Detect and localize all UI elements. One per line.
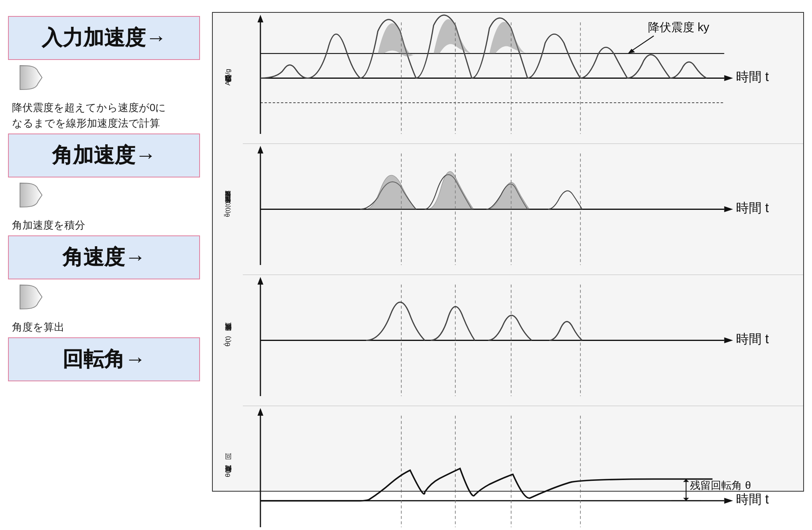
arrow-3 [8,279,200,315]
svg-marker-35 [258,408,264,416]
graph-row-1: 時間 t 降伏震度 ky [243,13,803,144]
left-panel: 入力加速度→ 降伏震度を超えてから速度が0に なるまでを線形加速度法で計算 角加… [8,12,200,381]
svg-text:時間 t: 時間 t [736,492,769,506]
box-angular-velocity: 角速度→ [8,235,200,279]
svg-text:降伏震度 ky: 降伏震度 ky [648,20,710,34]
y-label-2: θ̈(t)回転加速度(t)回転加速度 [224,144,232,275]
graph-svg-3: 時間 t [243,275,771,406]
svg-marker-24 [724,337,733,343]
desc-1: 降伏震度を超えてから速度が0に なるまでを線形加速度法で計算 [8,95,200,133]
graph-svg-1: 時間 t 降伏震度 ky [243,13,771,143]
svg-marker-17 [258,146,264,153]
graphs-inner: 時間 t 降伏震度 ky [243,13,803,530]
y-label-3: θ̇(t)回転速度 回 [223,275,232,406]
right-panel: 入力地震動 A(t)/g θ̈(t)回転加速度(t)回転加速度 θ̇(t)回転速… [212,12,804,492]
y-label-4: 回転角θ(t) 回 [223,406,232,530]
svg-marker-3 [258,15,264,22]
box-input-acceleration: 入力加速度→ [8,16,200,60]
svg-text:時間 t: 時間 t [736,201,769,215]
box-rotation-angle: 回転角→ [8,337,200,381]
graph-row-3: 時間 t [243,275,803,406]
svg-marker-15 [724,206,733,212]
graph-svg-4: 残留回転角 θ 時間 t [243,406,771,530]
desc-3: 角度を算出 [8,315,200,337]
svg-text:時間 t: 時間 t [736,70,769,84]
svg-marker-26 [258,277,264,285]
box-angular-acceleration: 角加速度→ [8,133,200,177]
y-axis-labels: 入力地震動 A(t)/g θ̈(t)回転加速度(t)回転加速度 θ̇(t)回転速… [213,13,243,530]
desc-2: 角加速度を積分 [8,213,200,235]
graph-row-4: 残留回転角 θ 時間 t [243,406,803,530]
arrow-2 [8,177,200,213]
graphs-wrapper: 入力地震動 A(t)/g θ̈(t)回転加速度(t)回転加速度 θ̇(t)回転速… [213,13,803,530]
graph-row-2: 時間 t [243,144,803,275]
svg-marker-33 [724,498,733,504]
arrow-1 [8,60,200,95]
svg-text:時間 t: 時間 t [736,332,769,346]
y-label-1: 入力地震動 A(t)/g [223,13,232,144]
svg-marker-1 [724,75,733,81]
svg-text:残留回転角 θ: 残留回転角 θ [690,479,751,491]
svg-line-12 [630,36,654,52]
graph-svg-2: 時間 t [243,144,771,275]
